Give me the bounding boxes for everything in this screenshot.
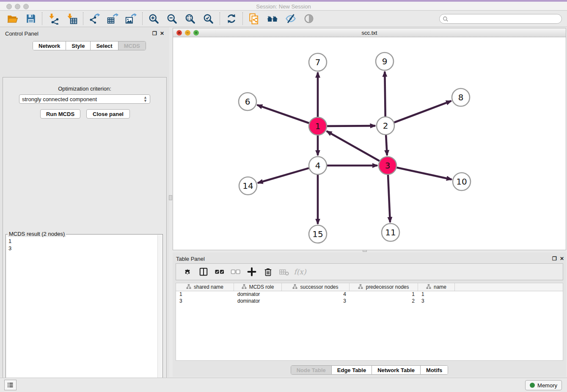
table-options-icon[interactable] <box>179 264 195 279</box>
control-panel-float-icon[interactable]: ❐ <box>152 30 157 36</box>
table-panel-float-icon[interactable]: ❐ <box>552 256 557 262</box>
column-header-shared-name[interactable]: shared name <box>176 283 234 291</box>
table-row[interactable]: 1dominator411 <box>176 291 563 298</box>
refresh-icon[interactable] <box>222 11 240 26</box>
graph-node-2[interactable]: 2 <box>377 117 394 135</box>
tab-node-table[interactable]: Node Table <box>291 366 332 374</box>
show-columns-icon[interactable] <box>212 264 228 279</box>
mcds-result-scrollbar[interactable] <box>157 235 162 392</box>
export-network-icon[interactable] <box>85 11 104 26</box>
search-input[interactable] <box>450 14 561 23</box>
table-cell[interactable]: 2 <box>350 298 418 305</box>
table-cell[interactable]: 3 <box>282 298 350 305</box>
mcds-result-box: MCDS result (2 nodes) 13 <box>6 234 163 392</box>
graph-edge-2-9[interactable] <box>385 72 385 116</box>
vertical-divider-grip[interactable] <box>169 195 172 200</box>
criterion-value: strongly connected component <box>22 96 97 102</box>
table-panel-close-icon[interactable]: ✕ <box>560 256 564 262</box>
list-icon <box>7 381 14 389</box>
column-type-icon <box>186 284 191 290</box>
clone-network-icon[interactable] <box>245 11 263 26</box>
import-table-icon[interactable] <box>63 11 81 26</box>
tab-network[interactable]: Network <box>33 41 66 50</box>
tab-network-table[interactable]: Network Table <box>372 366 421 374</box>
first-neighbors-icon[interactable] <box>263 11 281 26</box>
table-cell[interactable]: 4 <box>282 291 350 298</box>
graph-node-3[interactable]: 3 <box>379 157 396 174</box>
graph-edge-4-14[interactable] <box>258 168 309 183</box>
column-header-label: MCDS role <box>249 284 274 290</box>
graph-node-10[interactable]: 10 <box>453 173 471 190</box>
import-network-icon[interactable] <box>44 11 63 26</box>
control-panel-close-icon[interactable]: ✕ <box>160 30 164 36</box>
delete-column-icon[interactable] <box>260 264 276 279</box>
graph-node-9[interactable]: 9 <box>376 52 394 70</box>
run-mcds-button[interactable]: Run MCDS <box>40 109 80 119</box>
table-panel: Table Panel ❐ ✕ <box>173 252 566 377</box>
graph-edge-3-1[interactable] <box>327 131 380 161</box>
graph-node-14[interactable]: 14 <box>239 177 257 195</box>
svg-text:1: 1 <box>315 121 321 131</box>
graph-node-7[interactable]: 7 <box>309 53 327 71</box>
search-box[interactable] <box>439 14 562 24</box>
table-toolbar: f(x) <box>176 263 563 280</box>
show-all-icon[interactable] <box>300 11 318 26</box>
graph-node-4[interactable]: 4 <box>309 157 327 174</box>
tab-edge-table[interactable]: Edge Table <box>332 366 372 374</box>
graph-edge-2-8[interactable] <box>394 101 451 122</box>
column-header-MCDS-role[interactable]: MCDS role <box>234 283 282 291</box>
tab-mcds[interactable]: MCDS <box>118 41 146 50</box>
column-header-successor-nodes[interactable]: successor nodes <box>282 283 350 291</box>
close-panel-button[interactable]: Close panel <box>86 109 130 119</box>
svg-text:6: 6 <box>245 97 250 107</box>
show-panels-button[interactable] <box>4 380 17 390</box>
table-cell[interactable]: 3 <box>418 298 455 305</box>
graph-node-6[interactable]: 6 <box>239 93 256 110</box>
table-cell[interactable]: 1 <box>350 291 418 298</box>
graph-node-8[interactable]: 8 <box>452 88 470 106</box>
graph-node-11[interactable]: 11 <box>382 224 399 241</box>
tab-select[interactable]: Select <box>91 41 118 50</box>
toolbar-separator <box>42 12 42 25</box>
hide-columns-icon[interactable] <box>228 264 244 279</box>
column-layout-icon[interactable] <box>195 264 212 279</box>
column-header-label: successor nodes <box>300 284 338 290</box>
mcds-result-item: 3 <box>8 245 11 252</box>
export-table-icon[interactable] <box>104 11 122 26</box>
zoom-in-icon[interactable] <box>145 11 163 26</box>
graph-node-1[interactable]: 1 <box>309 117 327 135</box>
tab-motifs[interactable]: Motifs <box>421 366 448 374</box>
table-cell[interactable]: 1 <box>418 291 455 298</box>
graph-edge-2-3[interactable] <box>386 135 387 155</box>
optimization-criterion-select[interactable]: strongly connected component ▲▼ <box>19 94 150 104</box>
tab-style[interactable]: Style <box>66 41 91 50</box>
node-table-header: shared nameMCDS rolesuccessor nodesprede… <box>176 283 563 291</box>
table-tabs: Node TableEdge TableNetwork TableMotifs <box>291 365 449 375</box>
graph-edge-1-2[interactable] <box>327 126 375 126</box>
memory-label: Memory <box>537 382 557 389</box>
svg-text:3: 3 <box>385 160 391 171</box>
graph-edge-3-10[interactable] <box>396 168 451 179</box>
zoom-selected-icon[interactable] <box>199 11 217 26</box>
table-cell[interactable]: 1 <box>176 291 234 298</box>
zoom-out-icon[interactable] <box>163 11 181 26</box>
hide-selected-icon[interactable] <box>281 11 300 26</box>
graph-edge-3-11[interactable] <box>388 175 390 222</box>
create-column-icon[interactable] <box>244 264 260 279</box>
memory-button[interactable]: Memory <box>525 380 562 390</box>
column-header-predecessor-nodes[interactable]: predecessor nodes <box>350 283 418 291</box>
save-session-icon[interactable] <box>22 11 40 26</box>
table-cell[interactable]: 3 <box>176 298 234 305</box>
network-frame-titlebar[interactable]: ✕ − + scc.txt <box>173 28 566 37</box>
svg-text:11: 11 <box>385 227 396 237</box>
network-canvas[interactable]: 1234678910111415 <box>173 38 566 249</box>
column-header-name[interactable]: name <box>418 283 455 291</box>
open-session-icon[interactable] <box>3 11 22 26</box>
graph-node-15[interactable]: 15 <box>309 225 327 243</box>
graph-edge-1-6[interactable] <box>257 105 309 123</box>
table-cell[interactable]: dominator <box>234 291 282 298</box>
table-cell[interactable]: dominator <box>234 298 282 305</box>
table-row[interactable]: 3dominator323 <box>176 298 563 305</box>
export-image-icon[interactable] <box>122 11 140 26</box>
zoom-fit-icon[interactable] <box>181 11 199 26</box>
